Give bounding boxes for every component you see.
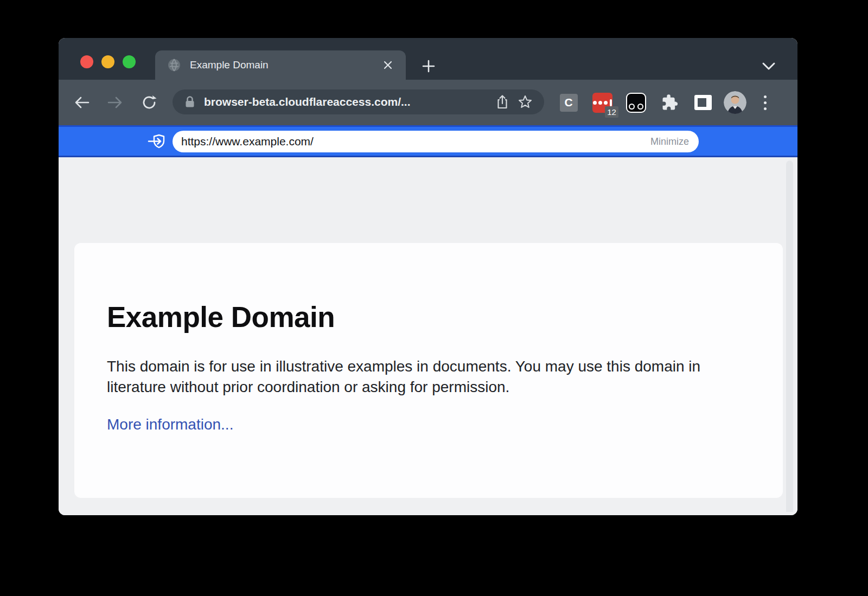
profile-avatar[interactable] [724,91,746,114]
screenshot-stage: Example Domain [0,0,868,596]
forward-button[interactable] [103,91,127,114]
toolbar: browser-beta.cloudflareaccess.com/... C [59,80,797,125]
kebab-menu-icon[interactable] [754,89,776,116]
password-manager-extension-icon[interactable]: 12 [589,89,615,116]
lock-icon [184,95,195,108]
share-icon[interactable] [491,91,514,113]
minimize-button[interactable]: Minimize [650,136,689,148]
minimize-window-button[interactable] [101,55,114,68]
shield-arrow-icon [148,133,167,150]
extension-row: C 12 [556,80,776,125]
bookmark-star-icon[interactable] [514,91,537,113]
tab-strip: Example Domain [59,38,797,80]
page-scrollbar[interactable] [786,161,793,512]
isolated-url-bar[interactable]: Minimize [173,131,699,152]
page-body-text: This domain is for use in illustrative e… [107,356,731,398]
tab-close-icon[interactable] [380,57,396,73]
side-panel-icon[interactable] [690,89,716,116]
back-button[interactable] [70,91,94,114]
globe-icon [167,58,181,72]
url-text: browser-beta.cloudflareaccess.com/... [204,95,491,108]
zoom-window-button[interactable] [123,55,136,68]
more-information-link[interactable]: More information... [107,416,233,433]
goggles-extension-icon[interactable] [623,89,649,116]
page-title: Example Domain [107,300,750,334]
puzzle-extensions-icon[interactable] [656,89,682,116]
omnibox[interactable]: browser-beta.cloudflareaccess.com/... [173,89,544,114]
reload-button[interactable] [137,91,161,114]
browser-window: Example Domain [59,38,797,515]
macos-traffic-lights [80,55,136,68]
c-extension-label: C [564,96,572,109]
tab-example-domain[interactable]: Example Domain [155,50,406,80]
c-extension-icon[interactable]: C [556,89,582,116]
tab-title: Example Domain [190,59,380,71]
isolated-url-input[interactable] [181,135,650,148]
page-viewport: Example Domain This domain is for use in… [59,157,797,515]
close-window-button[interactable] [80,55,93,68]
new-tab-button[interactable] [419,56,438,76]
access-bar: Minimize [59,125,797,157]
example-domain-card: Example Domain This domain is for use in… [74,243,783,498]
extension-badge: 12 [605,106,618,118]
chevron-down-icon[interactable] [758,56,779,76]
